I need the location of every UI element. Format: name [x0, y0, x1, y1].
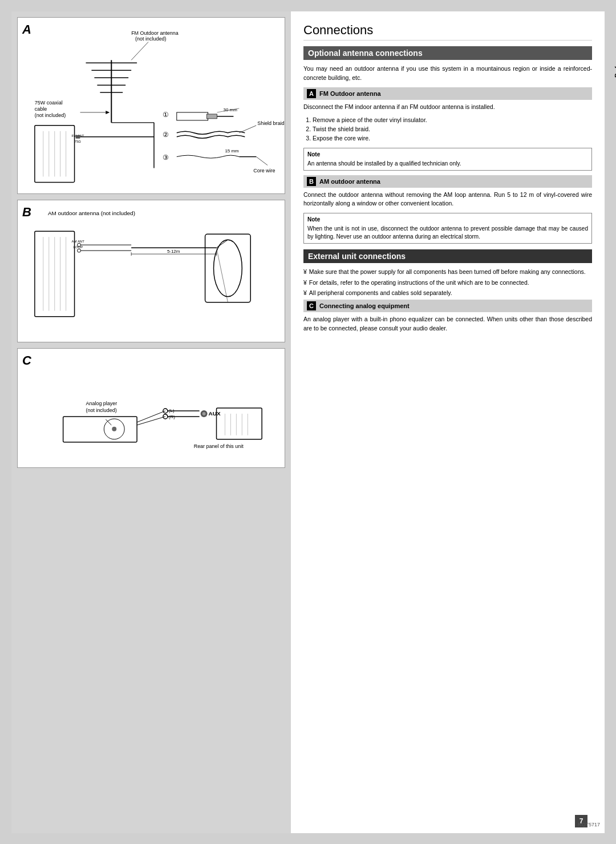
svg-rect-25: [177, 112, 208, 120]
svg-text:②: ②: [163, 131, 169, 139]
subsection-a-body: Disconnect the FM indoor antenna if an F…: [303, 103, 592, 112]
note-b-title: Note: [307, 216, 588, 224]
diagram-b: B AM outdoor antenna (not included) AM A…: [17, 200, 285, 342]
subsection-b-header: B AM outdoor antenna: [303, 175, 592, 188]
diagram-b-label: B: [22, 205, 31, 220]
subsection-a-header: A FM Outdoor antenna: [303, 87, 592, 100]
svg-rect-62: [63, 417, 137, 442]
svg-marker-13: [106, 111, 110, 114]
bullet-1: ¥ Make sure that the power supply for al…: [303, 268, 592, 276]
page: A FM Outdoor antenna (not included): [11, 11, 605, 833]
svg-line-0: [131, 42, 148, 60]
svg-point-57: [214, 240, 242, 297]
svg-text:75W coaxial: 75W coaxial: [35, 100, 63, 106]
diagram-a-label: A: [22, 22, 31, 37]
right-panel: Connections Optional antenna connections…: [291, 11, 605, 833]
svg-text:①: ①: [163, 111, 169, 119]
svg-line-31: [239, 126, 256, 133]
bullet-2: ¥ For details, refer to the operating in…: [303, 278, 592, 287]
step-3: Expose the core wire.: [313, 134, 592, 143]
svg-point-67: [163, 414, 168, 419]
svg-text:Shield braid: Shield braid: [257, 120, 284, 126]
subsection-c-label: C: [307, 301, 316, 310]
note-a: Note An antenna should be installed by a…: [303, 148, 592, 171]
diagram-a-svg: FM Outdoor antenna (not included) 75W co…: [18, 18, 285, 193]
svg-point-66: [163, 409, 168, 413]
diagram-a: A FM Outdoor antenna (not included): [17, 17, 285, 194]
diagram-b-svg: AM outdoor antenna (not included) AM ANT…: [18, 200, 285, 342]
subsection-a-title: FM Outdoor antenna: [319, 90, 381, 97]
bullet-3: ¥ All peripheral components and cables s…: [303, 289, 592, 297]
note-b: Note When the unit is not in use, discon…: [303, 213, 592, 244]
svg-text:15 mm: 15 mm: [225, 148, 239, 154]
svg-line-58: [217, 240, 228, 248]
external-unit-header: External unit connections: [303, 249, 592, 263]
subsection-c-title: Connecting analog equipment: [319, 302, 410, 309]
side-label: Before use: [614, 40, 616, 78]
optional-antenna-header: Optional antenna connections: [303, 46, 592, 60]
optional-antenna-intro: You may need an outdoor antenna if you u…: [303, 64, 592, 83]
svg-point-75: [202, 412, 206, 415]
svg-line-36: [256, 157, 268, 165]
step-1: Remove a piece of the outer vinyl insula…: [313, 116, 592, 125]
diagram-c-label: C: [22, 353, 31, 368]
svg-point-64: [112, 427, 116, 431]
note-b-text: When the unit is not in use, disconnect …: [307, 225, 588, 240]
svg-text:Rear panel of this unit: Rear panel of this unit: [194, 443, 244, 449]
bullet-list: ¥ Make sure that the power supply for al…: [303, 268, 592, 300]
diagram-c-svg: Analog player (not included) (L) (R): [18, 349, 285, 467]
svg-text:cable: cable: [35, 106, 47, 112]
subsection-c-header: C Connecting analog equipment: [303, 300, 592, 312]
svg-text:30 mm: 30 mm: [223, 107, 237, 112]
left-panel: A FM Outdoor antenna (not included): [11, 11, 291, 833]
step-2: Twist the shield braid.: [313, 125, 592, 134]
svg-text:75Ω: 75Ω: [75, 140, 82, 143]
page-title: Connections: [303, 23, 592, 41]
subsection-b-label: B: [307, 177, 316, 186]
svg-text:AM ANT: AM ANT: [72, 240, 85, 243]
subsection-b-body: Connect the outdoor antenna without remo…: [303, 191, 592, 209]
subsection-c-body: An analog player with a built-in phono e…: [303, 315, 592, 333]
svg-rect-77: [217, 408, 262, 439]
subsection-b-title: AM outdoor antenna: [319, 178, 380, 185]
note-a-text: An antenna should be installed by a qual…: [307, 160, 461, 167]
subsection-a-label: A: [307, 89, 316, 98]
svg-text:AM outdoor antenna (not includ: AM outdoor antenna (not included): [48, 210, 135, 216]
svg-point-48: [78, 249, 81, 252]
doc-number: RQT5717: [578, 822, 600, 827]
fm-antenna-label: FM Outdoor antenna: [131, 30, 179, 36]
svg-text:5-12m: 5-12m: [167, 249, 180, 254]
svg-text:AUX: AUX: [209, 410, 221, 417]
fm-antenna-label2: (not included): [135, 36, 166, 42]
svg-text:Analog player: Analog player: [86, 401, 117, 406]
svg-text:(not included): (not included): [86, 407, 116, 413]
diagram-c: C Analog player (not included) (L) (R): [17, 348, 285, 468]
svg-rect-22: [76, 135, 80, 139]
svg-rect-26: [207, 114, 217, 119]
subsection-a-steps: Remove a piece of the outer vinyl insula…: [313, 116, 592, 143]
svg-rect-56: [205, 234, 251, 302]
svg-text:Core wire: Core wire: [253, 168, 275, 173]
svg-text:③: ③: [163, 154, 169, 161]
note-a-title: Note: [307, 151, 588, 159]
svg-text:(not included): (not included): [35, 112, 66, 118]
